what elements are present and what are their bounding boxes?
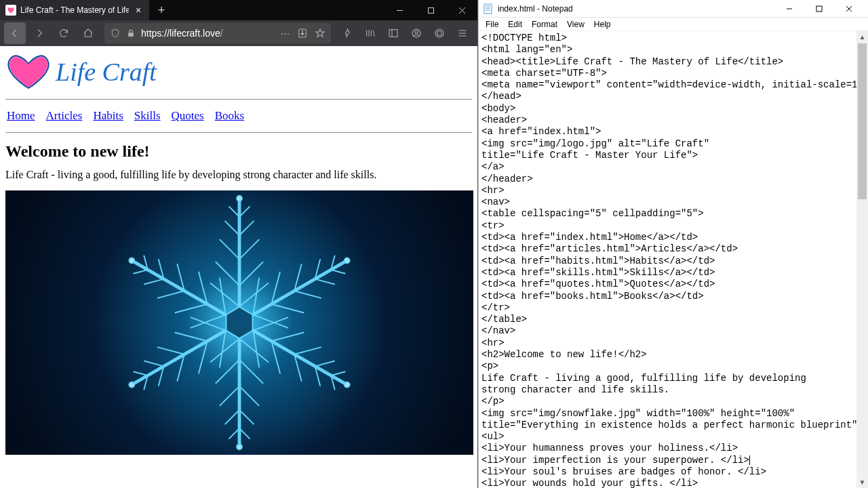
reload-button[interactable] [53, 22, 75, 44]
svg-line-19 [239, 239, 259, 259]
divider [5, 99, 472, 100]
svg-point-26 [237, 196, 242, 201]
nav-link-articles[interactable]: Articles [46, 109, 83, 123]
home-button[interactable] [77, 22, 99, 44]
scroll-up-icon[interactable]: ▲ [856, 31, 868, 43]
svg-point-10 [437, 31, 442, 36]
window-maximize-icon[interactable] [415, 0, 446, 20]
svg-point-11 [435, 29, 443, 37]
nav-link-habits[interactable]: Habits [93, 109, 123, 123]
browser-toolbar: https://lifecraft.love/ ⋯ [0, 20, 477, 46]
address-bar[interactable]: https://lifecraft.love/ ⋯ [104, 23, 331, 43]
menu-help[interactable]: Help [590, 19, 615, 30]
tracking-shield-icon[interactable] [110, 28, 120, 39]
svg-line-24 [210, 283, 239, 307]
library-icon[interactable] [359, 22, 381, 44]
nav-link-skills[interactable]: Skills [134, 109, 161, 123]
page-content: Life Craft HomeArticlesHabitsSkillsQuote… [0, 46, 477, 488]
nav-link-books[interactable]: Books [215, 109, 244, 123]
forward-button[interactable] [28, 22, 50, 44]
window-minimize-icon[interactable] [384, 0, 415, 20]
url-text: https://lifecraft.love/ [141, 28, 274, 39]
tab-favicon-icon [5, 5, 16, 16]
logo-text: Life Craft [56, 57, 157, 87]
site-logo[interactable]: Life Craft [5, 50, 472, 96]
back-button[interactable] [4, 22, 26, 44]
hero-image-snowflake [5, 190, 473, 455]
notepad-maximize-icon[interactable] [804, 0, 834, 17]
notepad-app-icon [483, 3, 494, 14]
tab-close-icon[interactable]: × [133, 5, 144, 16]
menu-edit[interactable]: Edit [504, 19, 526, 30]
svg-point-9 [415, 30, 418, 33]
bookmark-star-icon[interactable] [315, 28, 326, 39]
svg-line-20 [225, 221, 239, 235]
app-menu-icon[interactable] [452, 22, 473, 44]
new-tab-button[interactable]: + [152, 1, 171, 20]
menu-file[interactable]: File [481, 19, 502, 30]
nav-link-home[interactable]: Home [7, 109, 35, 123]
svg-line-18 [220, 239, 239, 259]
notepad-menubar: FileEditFormatViewHelp [479, 18, 868, 31]
svg-line-17 [239, 262, 263, 285]
svg-line-16 [216, 262, 239, 285]
divider [5, 132, 472, 133]
svg-rect-6 [389, 30, 397, 37]
scroll-thumb[interactable] [858, 43, 867, 199]
window-close-icon[interactable] [446, 0, 477, 20]
lock-icon[interactable] [125, 28, 136, 39]
sidebar-icon[interactable] [382, 22, 404, 44]
notepad-title: index.html - Notepad [498, 4, 573, 14]
svg-marker-27 [226, 307, 253, 339]
intro-paragraph: Life Craft - living a good, fulfilling l… [5, 169, 472, 181]
notepad-titlebar: index.html - Notepad [479, 0, 868, 18]
scroll-down-icon[interactable]: ▼ [856, 476, 868, 488]
svg-rect-33 [816, 6, 822, 12]
notepad-close-icon[interactable] [834, 0, 864, 17]
notepad-window: index.html - Notepad FileEditFormatViewH… [478, 0, 868, 488]
browser-titlebar: Life Craft - The Mastery of Life × + [0, 0, 477, 20]
page-actions-icon[interactable]: ⋯ [279, 28, 290, 39]
heart-icon [5, 53, 52, 91]
menu-view[interactable]: View [563, 19, 589, 30]
page-heading: Welcome to new life! [5, 142, 472, 161]
notepad-minimize-icon[interactable] [774, 0, 804, 17]
firefox-window: Life Craft - The Mastery of Life × + htt… [0, 0, 478, 488]
svg-rect-1 [428, 7, 433, 13]
svg-rect-4 [128, 33, 133, 36]
devtools-icon[interactable] [336, 22, 358, 44]
site-nav: HomeArticlesHabitsSkillsQuotesBooks [5, 102, 472, 129]
nav-link-quotes[interactable]: Quotes [172, 109, 204, 123]
notepad-text-area[interactable]: <!DOCTYPE html> <html lang="en"> <head><… [479, 31, 868, 488]
svg-line-25 [239, 283, 269, 307]
svg-line-21 [239, 221, 254, 235]
menu-format[interactable]: Format [528, 19, 561, 30]
notepad-scrollbar[interactable]: ▲ ▼ [856, 31, 868, 488]
reader-mode-icon[interactable] [297, 28, 308, 39]
tab-title: Life Craft - The Mastery of Life [20, 5, 129, 15]
account-icon[interactable] [406, 22, 427, 44]
extension-icon[interactable] [429, 22, 450, 44]
svg-rect-28 [484, 4, 492, 14]
browser-tab[interactable]: Life Craft - The Mastery of Life × [0, 0, 149, 20]
